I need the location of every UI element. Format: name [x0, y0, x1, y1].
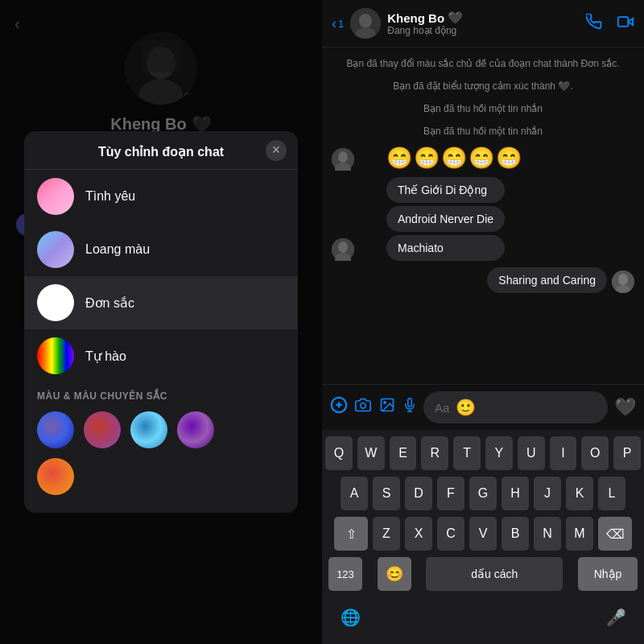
modal-close-button[interactable]: × [266, 140, 287, 161]
loang-mau-label: Loang màu [85, 242, 150, 257]
key-V[interactable]: V [469, 517, 497, 551]
key-P[interactable]: P [613, 436, 641, 470]
color-violet[interactable] [177, 411, 214, 448]
swatch-loang-mau [37, 231, 74, 268]
key-L[interactable]: L [598, 477, 625, 510]
customize-modal: Tùy chỉnh đoạn chat × Tình yêu Loang màu… [24, 131, 298, 513]
dictation-key[interactable]: 🎤 [599, 601, 633, 634]
modal-header: Tùy chỉnh đoạn chat × [24, 131, 298, 170]
emoji-button[interactable]: 🙂 [456, 398, 476, 417]
key-D[interactable]: D [405, 477, 432, 510]
keyboard-row-3: ⇧ Z X C V B N M ⌫ [325, 517, 641, 551]
phone-icon[interactable] [586, 14, 602, 34]
color-swatches-row [24, 407, 298, 453]
camera-icon[interactable] [354, 397, 372, 418]
bubble-machiato: Machiato [386, 235, 505, 261]
key-K[interactable]: K [566, 477, 593, 510]
add-icon[interactable] [330, 396, 348, 419]
color-purple-blue[interactable] [37, 411, 74, 448]
chat-back-button[interactable]: ‹ 1 [332, 15, 344, 32]
theme-option-tu-hao[interactable]: Tự hào [24, 329, 298, 382]
keyboard-row-1: Q W E R T Y U I O P [325, 436, 641, 470]
globe-key[interactable]: 🌐 [333, 601, 367, 634]
svg-point-16 [618, 274, 628, 285]
key-E[interactable]: E [390, 436, 417, 470]
system-msg-2: Bạn đã đặt biểu tượng cảm xúc thành 🖤. [332, 78, 634, 94]
outgoing-avatar [612, 270, 634, 293]
color-swatches-row-2 [24, 453, 298, 500]
outgoing-bubbles: Sharing and Caring [487, 267, 607, 293]
key-I[interactable]: I [550, 436, 577, 470]
num-key[interactable]: 123 [328, 557, 362, 591]
key-O[interactable]: O [581, 436, 609, 470]
shift-key[interactable]: ⇧ [334, 517, 368, 551]
emoji-key[interactable]: 😊 [378, 557, 411, 591]
don-sac-label: Đơn sắc [85, 295, 134, 311]
chat-avatar [350, 8, 381, 39]
colors-section-label: MÀU & MÀU CHUYÊN SẮC [24, 382, 298, 407]
chat-messages: Bạn đã thay đổi màu sắc chủ đề của đoạn … [322, 47, 644, 384]
key-C[interactable]: C [437, 517, 464, 551]
svg-point-23 [384, 402, 386, 404]
svg-point-21 [361, 403, 366, 409]
key-A[interactable]: A [341, 477, 368, 510]
theme-option-loang-mau[interactable]: Loang màu [24, 223, 298, 276]
incoming-avatar [332, 238, 354, 261]
incoming-bubbles: Thế Giới Di Động Android Nerver Die Mach… [386, 177, 505, 261]
message-input[interactable]: Aa 🙂 [423, 391, 608, 423]
key-F[interactable]: F [437, 477, 464, 510]
key-R[interactable]: R [421, 436, 448, 470]
modal-title: Tùy chỉnh đoạn chat [98, 144, 224, 159]
color-blue-teal[interactable] [130, 411, 167, 448]
bubble-android: Android Nerver Die [386, 206, 505, 232]
system-msg-4: Bạn đã thu hồi một tin nhắn [332, 123, 634, 139]
svg-rect-8 [618, 17, 629, 27]
system-msg-3: Bạn đã thu hồi một tin nhắn [332, 101, 634, 117]
chat-header: ‹ 1 Kheng Bo 🖤 Đang hoạt động [322, 0, 644, 47]
key-H[interactable]: H [502, 477, 529, 510]
incoming-avatar-emoji [332, 148, 354, 171]
swatch-tu-hao [37, 337, 74, 374]
left-panel: ‹ Kheng Bo 🖤 Trang cá nhân Tắt thông báo [0, 0, 322, 644]
svg-point-10 [338, 151, 348, 163]
keyboard-row-4: 123 😊 dấu cách Nhập [325, 557, 641, 591]
keyboard-row-2: A S D F G H J K L [325, 477, 641, 510]
modal-overlay: Tùy chỉnh đoạn chat × Tình yêu Loang màu… [0, 0, 322, 644]
key-Y[interactable]: Y [485, 436, 513, 470]
chat-name: Kheng Bo 🖤 [387, 10, 580, 25]
chat-status: Đang hoạt động [387, 25, 580, 36]
tinh-yeu-label: Tình yêu [85, 189, 135, 204]
emoji-row: 😁 😁 😁 😁 😁 [386, 146, 522, 171]
space-key[interactable]: dấu cách [426, 557, 563, 591]
key-Q[interactable]: Q [325, 436, 353, 470]
key-X[interactable]: X [405, 517, 432, 551]
key-T[interactable]: T [453, 436, 481, 470]
heart-button[interactable]: 🖤 [614, 397, 636, 418]
svg-point-5 [359, 14, 372, 28]
key-G[interactable]: G [469, 477, 497, 510]
bubble-sharing: Sharing and Caring [487, 267, 607, 293]
outgoing-bubble-row: Sharing and Caring [332, 267, 634, 293]
key-S[interactable]: S [373, 477, 400, 510]
color-red-purple[interactable] [84, 411, 121, 448]
key-B[interactable]: B [502, 517, 529, 551]
emoji-message-row: 😁 😁 😁 😁 😁 [332, 146, 634, 171]
mic-input-icon[interactable] [402, 396, 417, 419]
color-orange-red[interactable] [37, 458, 74, 495]
theme-option-don-sac[interactable]: Đơn sắc [24, 276, 298, 329]
video-icon[interactable] [617, 14, 634, 34]
bubble-the-gioi: Thế Giới Di Động [386, 177, 505, 203]
key-W[interactable]: W [357, 436, 385, 470]
key-M[interactable]: M [566, 517, 593, 551]
key-J[interactable]: J [534, 477, 561, 510]
delete-key[interactable]: ⌫ [598, 517, 632, 551]
return-key[interactable]: Nhập [578, 557, 638, 591]
chat-input-row: Aa 🙂 🖤 [322, 384, 644, 430]
keyboard: Q W E R T Y U I O P A S D F G H J K L ⇧ … [322, 430, 644, 644]
photo-icon[interactable] [378, 397, 396, 418]
key-N[interactable]: N [534, 517, 561, 551]
theme-option-tinh-yeu[interactable]: Tình yêu [24, 170, 298, 223]
svg-point-13 [338, 242, 348, 253]
key-U[interactable]: U [518, 436, 545, 470]
key-Z[interactable]: Z [373, 517, 400, 551]
